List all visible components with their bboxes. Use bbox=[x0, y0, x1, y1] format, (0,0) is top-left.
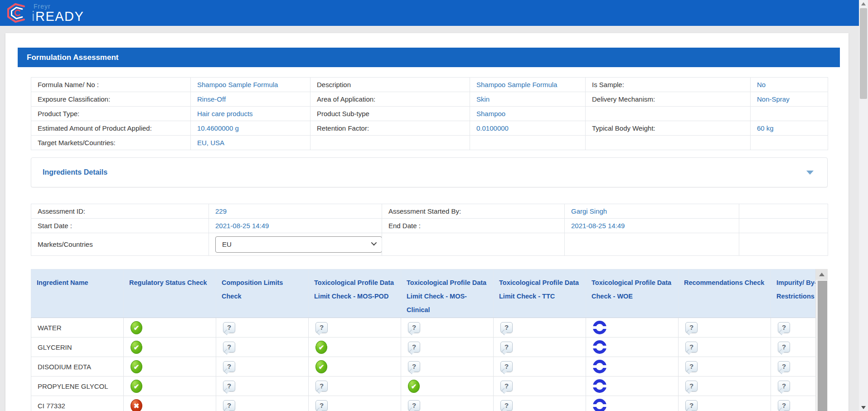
field-value: 2021-08-25 14:49 bbox=[209, 219, 382, 233]
question-pending-icon[interactable] bbox=[223, 322, 235, 333]
question-pending-icon[interactable] bbox=[685, 400, 698, 411]
ingredient-name: DISODIUM EDTA bbox=[31, 357, 124, 377]
status-cell bbox=[309, 318, 401, 338]
empty-cell bbox=[751, 107, 828, 121]
question-pending-icon[interactable] bbox=[778, 322, 790, 333]
status-cell bbox=[309, 357, 401, 377]
scroll-up-arrow-icon[interactable] bbox=[816, 269, 828, 280]
table-scrollbar-thumb[interactable] bbox=[818, 281, 827, 411]
field-value: 60 kg bbox=[751, 121, 828, 136]
status-cell bbox=[494, 357, 586, 377]
table-row: Start Date :2021-08-25 14:49End Date :20… bbox=[31, 219, 828, 233]
question-pending-icon[interactable] bbox=[685, 361, 698, 372]
not-applicable-icon[interactable] bbox=[593, 399, 606, 411]
question-pending-icon[interactable] bbox=[778, 400, 790, 411]
ingredient-row: DISODIUM EDTA bbox=[31, 357, 828, 377]
question-pending-icon[interactable] bbox=[685, 342, 698, 352]
not-applicable-icon[interactable] bbox=[593, 321, 606, 334]
question-pending-icon[interactable] bbox=[315, 400, 328, 411]
not-applicable-icon[interactable] bbox=[593, 360, 606, 373]
ingredient-row: CI 77332 bbox=[31, 396, 828, 411]
status-cell bbox=[309, 338, 401, 357]
field-label: Area of Application: bbox=[310, 92, 470, 107]
table-row: Estimated Amount of Product Applied:10.4… bbox=[31, 121, 828, 136]
question-pending-icon[interactable] bbox=[500, 381, 513, 391]
pass-check-icon[interactable] bbox=[408, 380, 420, 393]
question-pending-icon[interactable] bbox=[778, 361, 790, 372]
question-pending-icon[interactable] bbox=[408, 342, 420, 352]
not-applicable-icon[interactable] bbox=[593, 379, 606, 393]
brand-logo[interactable]: Freyr iREADY bbox=[5, 2, 84, 24]
markets-countries-select[interactable]: EU bbox=[215, 236, 382, 253]
field-select-cell: EU bbox=[209, 233, 382, 256]
ingredient-name: GLYCERIN bbox=[31, 338, 124, 357]
question-pending-icon[interactable] bbox=[223, 342, 235, 352]
question-pending-icon[interactable] bbox=[408, 400, 420, 411]
status-cell bbox=[216, 318, 309, 338]
question-pending-icon[interactable] bbox=[315, 381, 328, 391]
field-label: Retention Factor: bbox=[310, 121, 470, 136]
status-cell bbox=[586, 377, 679, 396]
field-label: Start Date : bbox=[31, 219, 209, 233]
question-pending-icon[interactable] bbox=[685, 381, 698, 391]
chevron-down-icon bbox=[371, 240, 377, 246]
question-pending-icon[interactable] bbox=[778, 381, 790, 391]
status-cell bbox=[401, 377, 494, 396]
question-pending-icon[interactable] bbox=[408, 361, 420, 372]
not-applicable-icon[interactable] bbox=[593, 340, 606, 354]
question-pending-icon[interactable] bbox=[408, 322, 420, 333]
scrollbar-up-arrow-icon[interactable] bbox=[859, 0, 868, 7]
empty-cell bbox=[586, 107, 751, 121]
question-pending-icon[interactable] bbox=[223, 361, 235, 372]
status-cell bbox=[586, 318, 679, 338]
fail-cross-icon[interactable] bbox=[131, 399, 142, 411]
page-vertical-scrollbar[interactable] bbox=[859, 0, 868, 411]
pass-check-icon[interactable] bbox=[315, 341, 327, 354]
question-pending-icon[interactable] bbox=[315, 322, 328, 333]
status-cell bbox=[679, 396, 771, 411]
field-label: Typical Body Weight: bbox=[586, 121, 751, 136]
ingredients-status-table-container: Ingredient NameRegulatory Status CheckCo… bbox=[31, 269, 828, 411]
empty-cell bbox=[739, 219, 828, 233]
pass-check-icon[interactable] bbox=[131, 321, 142, 334]
status-cell bbox=[586, 396, 679, 411]
empty-cell bbox=[565, 233, 739, 256]
ingredient-row: WATER bbox=[31, 318, 828, 338]
ingredients-details-panel[interactable]: Ingredients Details bbox=[31, 157, 828, 187]
chevron-down-icon[interactable] bbox=[806, 171, 814, 175]
column-header: Toxicological Profile Data Limit Check -… bbox=[309, 269, 401, 318]
question-pending-icon[interactable] bbox=[223, 400, 235, 411]
field-value: Hair care products bbox=[191, 107, 310, 121]
question-pending-icon[interactable] bbox=[685, 322, 698, 333]
status-cell bbox=[679, 318, 771, 338]
pass-check-icon[interactable] bbox=[315, 360, 327, 373]
status-cell bbox=[124, 357, 216, 377]
field-value: Rinse-Off bbox=[191, 92, 310, 107]
page-scrollbar-thumb[interactable] bbox=[860, 8, 867, 99]
pass-check-icon[interactable] bbox=[131, 341, 142, 354]
ingredients-details-title: Ingredients Details bbox=[43, 168, 107, 176]
scrollbar-down-arrow-icon[interactable] bbox=[859, 404, 868, 411]
column-header: Toxicological Profile Data Check - WOE bbox=[586, 269, 679, 318]
field-value: EU, USA bbox=[191, 136, 310, 150]
pass-check-icon[interactable] bbox=[131, 380, 142, 393]
top-navbar: Freyr iREADY bbox=[0, 0, 859, 26]
pass-check-icon[interactable] bbox=[131, 360, 142, 373]
question-pending-icon[interactable] bbox=[500, 322, 513, 333]
brand-wordmark: Freyr iREADY bbox=[32, 2, 84, 23]
question-pending-icon[interactable] bbox=[223, 381, 235, 391]
field-value: 10.4600000 g bbox=[191, 121, 310, 136]
question-pending-icon[interactable] bbox=[500, 400, 513, 411]
field-label: Target Markets/Countries: bbox=[31, 136, 191, 150]
question-pending-icon[interactable] bbox=[500, 342, 513, 352]
table-vertical-scrollbar[interactable] bbox=[815, 269, 828, 411]
column-header: Regulatory Status Check bbox=[124, 269, 216, 318]
table-row: Markets/CountriesEU bbox=[31, 233, 828, 256]
field-label: Assessment Started By: bbox=[382, 204, 565, 219]
empty-cell bbox=[310, 136, 470, 150]
question-pending-icon[interactable] bbox=[500, 361, 513, 372]
freyr-hexagon-icon bbox=[5, 2, 28, 24]
page-title: Formulation Assessment bbox=[18, 48, 840, 67]
question-pending-icon[interactable] bbox=[778, 342, 790, 352]
status-cell bbox=[124, 338, 216, 357]
